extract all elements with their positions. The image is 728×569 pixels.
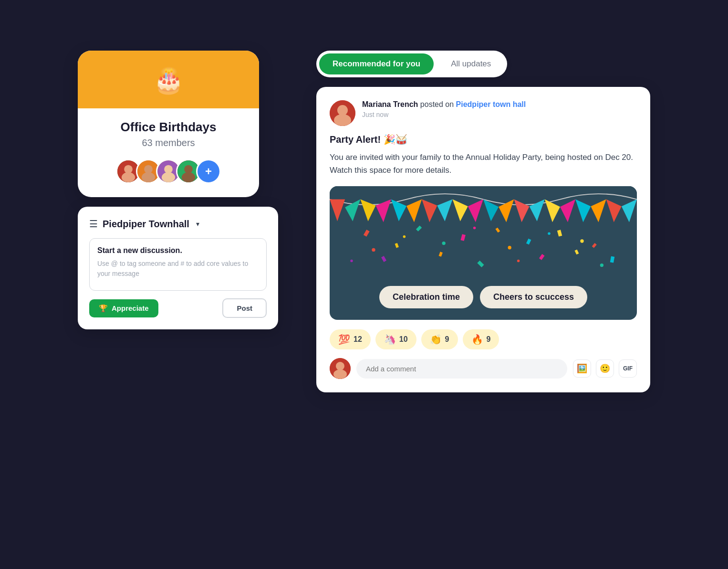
svg-point-11 (182, 172, 195, 182)
commenter-avatar (330, 358, 351, 379)
birthday-card-header: 🎂 (78, 51, 259, 108)
add-image-icon: 🖼️ (577, 363, 587, 374)
birthday-card-members: 63 members (87, 137, 250, 148)
discussion-main-label: Start a new discussion. (97, 246, 259, 255)
svg-rect-46 (477, 261, 484, 267)
svg-marker-32 (575, 200, 591, 222)
townhall-card: ☰ Piedpiper Townhall ▾ Start a new discu… (78, 207, 278, 329)
svg-marker-27 (499, 200, 514, 222)
svg-marker-20 (391, 200, 406, 221)
reaction-0-count: 12 (354, 335, 362, 344)
post-body: You are invited with your family to the … (330, 151, 637, 177)
svg-rect-45 (439, 252, 443, 257)
reaction-2-count: 9 (445, 335, 449, 344)
townhall-header: ☰ Piedpiper Townhall ▾ (89, 218, 267, 230)
reaction-1[interactable]: 🦄 10 (375, 329, 416, 349)
post-button[interactable]: Post (222, 298, 267, 318)
svg-rect-49 (610, 256, 614, 263)
svg-marker-31 (560, 200, 575, 222)
party-banner: Celebration time Cheers to scuccess (330, 186, 637, 320)
svg-marker-34 (606, 200, 622, 222)
svg-marker-28 (514, 200, 529, 222)
svg-point-4 (144, 165, 153, 174)
svg-marker-29 (530, 200, 545, 221)
svg-point-13 (337, 105, 348, 116)
tab-all-updates[interactable]: All updates (437, 53, 504, 74)
post-author-line: Mariana Trench posted on Piedpiper town … (362, 100, 637, 109)
birthday-card-title: Office Birthdays (87, 120, 250, 135)
comment-input[interactable] (356, 359, 567, 379)
svg-rect-36 (364, 230, 370, 237)
svg-point-51 (403, 235, 406, 238)
reaction-2[interactable]: 👏 9 (421, 329, 458, 349)
svg-rect-44 (381, 256, 386, 262)
svg-marker-26 (483, 200, 499, 221)
svg-point-2 (122, 172, 135, 182)
tab-recommended[interactable]: Recommended for you (319, 53, 434, 74)
reaction-0[interactable]: 💯 12 (330, 329, 371, 349)
svg-rect-48 (575, 250, 579, 255)
avatars-row: + (87, 159, 250, 184)
reactions-row: 💯 12 🦄 10 👏 9 🔥 9 (330, 329, 637, 349)
svg-marker-19 (376, 200, 391, 222)
svg-point-52 (442, 242, 446, 245)
svg-point-53 (473, 227, 476, 230)
svg-rect-38 (416, 226, 422, 232)
svg-rect-39 (460, 234, 465, 241)
reaction-0-emoji: 💯 (338, 334, 350, 345)
reaction-3[interactable]: 🔥 9 (463, 329, 499, 349)
svg-marker-16 (330, 200, 345, 221)
svg-point-59 (600, 263, 603, 267)
svg-point-10 (184, 165, 193, 174)
svg-rect-47 (539, 254, 545, 260)
svg-marker-30 (545, 200, 560, 222)
appreciate-button[interactable]: 🏆 Appreciate (89, 299, 158, 317)
svg-marker-33 (591, 200, 606, 222)
svg-rect-43 (592, 243, 597, 248)
add-image-icon-button[interactable]: 🖼️ (573, 359, 591, 378)
svg-point-14 (334, 114, 351, 126)
svg-rect-37 (395, 243, 399, 248)
svg-point-7 (164, 165, 173, 174)
svg-marker-18 (360, 200, 375, 221)
svg-marker-21 (406, 200, 422, 222)
comment-bar: 🖼️ 🙂 GIF (330, 358, 637, 379)
right-column: Recommended for you All updates Mariana … (316, 51, 650, 392)
banner-tag-celebration[interactable]: Celebration time (379, 286, 473, 308)
birthday-card-body: Office Birthdays 63 members (78, 108, 259, 197)
svg-rect-40 (495, 228, 500, 233)
post-author-name: Mariana Trench (362, 100, 418, 108)
avatar-plus[interactable]: + (196, 159, 221, 184)
birthday-card: 🎂 Office Birthdays 63 members (78, 51, 259, 197)
reaction-3-count: 9 (487, 335, 491, 344)
tabs-bar: Recommended for you All updates (316, 51, 507, 77)
post-header: Mariana Trench posted on Piedpiper town … (330, 100, 637, 126)
svg-point-61 (336, 362, 344, 370)
reaction-1-emoji: 🦄 (384, 334, 396, 345)
svg-point-56 (580, 240, 583, 243)
post-timestamp: Just now (362, 111, 637, 118)
reaction-2-emoji: 👏 (430, 334, 442, 345)
svg-point-62 (333, 369, 347, 379)
comment-icons: 🖼️ 🙂 GIF (573, 359, 637, 378)
gif-icon: GIF (623, 365, 633, 372)
gif-icon-button[interactable]: GIF (619, 359, 637, 378)
svg-point-1 (124, 165, 133, 174)
discussion-hint-label: Use @ to tag someone and # to add core v… (97, 259, 259, 279)
townhall-actions: 🏆 Appreciate Post (89, 298, 267, 318)
svg-marker-23 (437, 200, 452, 221)
post-card: Mariana Trench posted on Piedpiper town … (316, 87, 650, 392)
svg-point-58 (517, 260, 520, 263)
svg-marker-24 (453, 200, 468, 221)
post-on-text: posted on (420, 100, 456, 108)
svg-point-8 (162, 172, 175, 182)
post-channel[interactable]: Piedpiper town hall (456, 100, 526, 108)
banner-tag-cheers[interactable]: Cheers to scuccess (480, 286, 587, 308)
townhall-dropdown-icon[interactable]: ▾ (196, 220, 199, 228)
banner-tags: Celebration time Cheers to scuccess (379, 286, 587, 308)
svg-marker-25 (468, 200, 483, 222)
discussion-textarea[interactable]: Start a new discussion. Use @ to tag som… (89, 238, 267, 291)
hamburger-icon: ☰ (89, 218, 98, 230)
emoji-icon-button[interactable]: 🙂 (596, 359, 614, 378)
svg-marker-22 (422, 200, 437, 222)
